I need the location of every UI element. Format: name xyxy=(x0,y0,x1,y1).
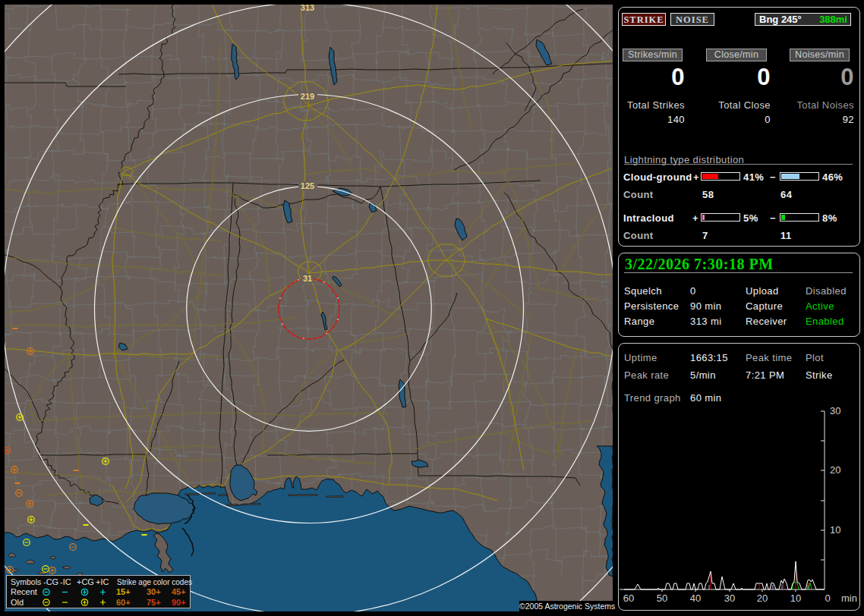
svg-text:10: 10 xyxy=(830,524,840,536)
svg-text:10: 10 xyxy=(790,592,801,604)
svg-text:31: 31 xyxy=(303,274,312,283)
svg-text:60: 60 xyxy=(623,592,634,604)
svg-text:40: 40 xyxy=(690,592,701,604)
svg-text:219: 219 xyxy=(301,92,314,101)
svg-text:125: 125 xyxy=(301,181,314,190)
svg-text:30: 30 xyxy=(830,405,840,416)
svg-text:0: 0 xyxy=(825,592,830,604)
svg-text:313: 313 xyxy=(301,5,314,12)
svg-text:50: 50 xyxy=(657,592,667,604)
svg-text:30: 30 xyxy=(724,592,735,604)
svg-text:min: min xyxy=(841,592,857,604)
svg-text:20: 20 xyxy=(757,592,768,604)
svg-text:20: 20 xyxy=(830,464,840,476)
